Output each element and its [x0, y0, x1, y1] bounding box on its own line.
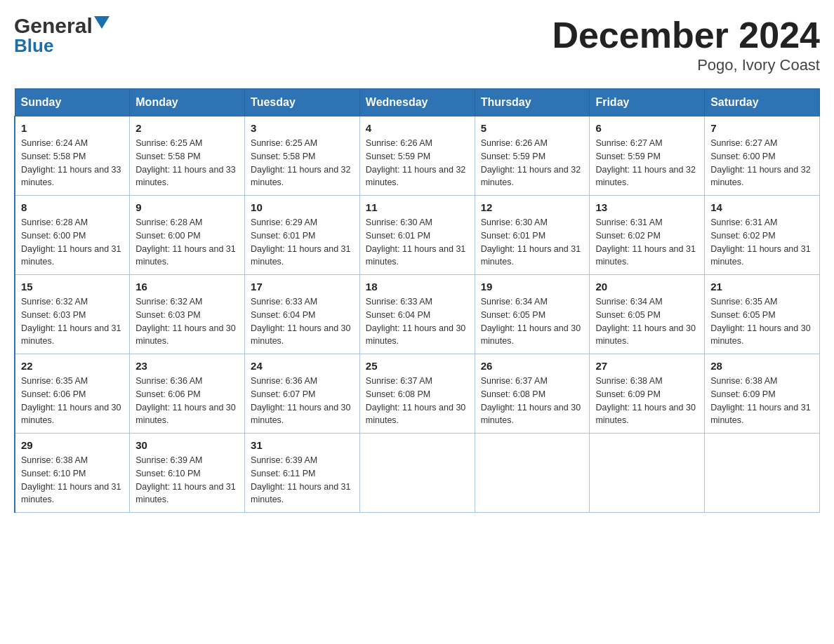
day-info: Sunrise: 6:35 AMSunset: 6:06 PMDaylight:… [21, 375, 124, 427]
column-header-monday: Monday [130, 89, 245, 116]
calendar-day-cell: 10Sunrise: 6:29 AMSunset: 6:01 PMDayligh… [245, 196, 360, 275]
day-number: 27 [595, 360, 699, 372]
day-number: 12 [481, 201, 584, 213]
calendar-day-cell: 27Sunrise: 6:38 AMSunset: 6:09 PMDayligh… [590, 354, 705, 434]
day-number: 9 [135, 201, 239, 213]
calendar-day-cell: 19Sunrise: 6:34 AMSunset: 6:05 PMDayligh… [475, 275, 590, 354]
calendar-day-cell: 30Sunrise: 6:39 AMSunset: 6:10 PMDayligh… [130, 434, 245, 513]
calendar-day-cell: 8Sunrise: 6:28 AMSunset: 6:00 PMDaylight… [15, 196, 130, 275]
day-number: 26 [481, 360, 584, 372]
day-info: Sunrise: 6:37 AMSunset: 6:08 PMDaylight:… [481, 375, 584, 427]
calendar-week-row: 29Sunrise: 6:38 AMSunset: 6:10 PMDayligh… [15, 434, 820, 513]
day-info: Sunrise: 6:38 AMSunset: 6:10 PMDaylight:… [21, 454, 124, 507]
day-info: Sunrise: 6:38 AMSunset: 6:09 PMDaylight:… [595, 375, 699, 427]
day-number: 14 [710, 201, 814, 213]
calendar-day-cell: 29Sunrise: 6:38 AMSunset: 6:10 PMDayligh… [15, 434, 130, 513]
day-info: Sunrise: 6:34 AMSunset: 6:05 PMDaylight:… [595, 295, 699, 348]
calendar-week-row: 8Sunrise: 6:28 AMSunset: 6:00 PMDaylight… [15, 196, 820, 275]
day-info: Sunrise: 6:29 AMSunset: 6:01 PMDaylight:… [251, 216, 354, 269]
day-number: 31 [251, 439, 354, 451]
calendar-day-cell: 2Sunrise: 6:25 AMSunset: 5:58 PMDaylight… [130, 116, 245, 196]
day-info: Sunrise: 6:32 AMSunset: 6:03 PMDaylight:… [21, 295, 124, 348]
day-info: Sunrise: 6:34 AMSunset: 6:05 PMDaylight:… [481, 295, 584, 348]
calendar-day-cell: 6Sunrise: 6:27 AMSunset: 5:59 PMDaylight… [590, 116, 705, 196]
calendar-day-cell: 13Sunrise: 6:31 AMSunset: 6:02 PMDayligh… [590, 196, 705, 275]
svg-marker-0 [94, 16, 110, 29]
calendar-day-cell: 31Sunrise: 6:39 AMSunset: 6:11 PMDayligh… [245, 434, 360, 513]
day-number: 2 [135, 122, 239, 134]
calendar-empty-cell [705, 434, 820, 513]
calendar-table: SundayMondayTuesdayWednesdayThursdayFrid… [14, 88, 820, 513]
column-header-wednesday: Wednesday [359, 89, 475, 116]
calendar-day-cell: 15Sunrise: 6:32 AMSunset: 6:03 PMDayligh… [15, 275, 130, 354]
day-number: 29 [21, 439, 124, 451]
column-header-sunday: Sunday [15, 89, 130, 116]
day-info: Sunrise: 6:30 AMSunset: 6:01 PMDaylight:… [366, 216, 469, 269]
calendar-week-row: 15Sunrise: 6:32 AMSunset: 6:03 PMDayligh… [15, 275, 820, 354]
calendar-day-cell: 1Sunrise: 6:24 AMSunset: 5:58 PMDaylight… [15, 116, 130, 196]
day-number: 13 [595, 201, 699, 213]
day-info: Sunrise: 6:27 AMSunset: 6:00 PMDaylight:… [710, 137, 814, 189]
day-info: Sunrise: 6:27 AMSunset: 5:59 PMDaylight:… [595, 137, 699, 189]
day-info: Sunrise: 6:24 AMSunset: 5:58 PMDaylight:… [21, 137, 124, 189]
calendar-day-cell: 7Sunrise: 6:27 AMSunset: 6:00 PMDaylight… [705, 116, 820, 196]
page-title: December 2024 [552, 14, 820, 56]
day-info: Sunrise: 6:35 AMSunset: 6:05 PMDaylight:… [710, 295, 814, 348]
calendar-day-cell: 28Sunrise: 6:38 AMSunset: 6:09 PMDayligh… [705, 354, 820, 434]
day-number: 7 [710, 122, 814, 134]
calendar-day-cell: 26Sunrise: 6:37 AMSunset: 6:08 PMDayligh… [475, 354, 590, 434]
day-info: Sunrise: 6:31 AMSunset: 6:02 PMDaylight:… [595, 216, 699, 269]
calendar-day-cell: 18Sunrise: 6:33 AMSunset: 6:04 PMDayligh… [359, 275, 475, 354]
day-info: Sunrise: 6:36 AMSunset: 6:06 PMDaylight:… [135, 375, 239, 427]
calendar-day-cell: 3Sunrise: 6:25 AMSunset: 5:58 PMDaylight… [245, 116, 360, 196]
calendar-day-cell: 11Sunrise: 6:30 AMSunset: 6:01 PMDayligh… [359, 196, 475, 275]
day-info: Sunrise: 6:28 AMSunset: 6:00 PMDaylight:… [21, 216, 124, 269]
day-number: 6 [595, 122, 699, 134]
day-info: Sunrise: 6:26 AMSunset: 5:59 PMDaylight:… [366, 137, 469, 189]
calendar-day-cell: 4Sunrise: 6:26 AMSunset: 5:59 PMDaylight… [359, 116, 475, 196]
calendar-empty-cell [590, 434, 705, 513]
day-info: Sunrise: 6:26 AMSunset: 5:59 PMDaylight:… [481, 137, 584, 189]
day-number: 11 [366, 201, 469, 213]
day-number: 21 [710, 281, 814, 293]
day-number: 20 [595, 281, 699, 293]
calendar-day-cell: 21Sunrise: 6:35 AMSunset: 6:05 PMDayligh… [705, 275, 820, 354]
day-info: Sunrise: 6:33 AMSunset: 6:04 PMDaylight:… [251, 295, 354, 348]
day-info: Sunrise: 6:37 AMSunset: 6:08 PMDaylight:… [366, 375, 469, 427]
calendar-day-cell: 23Sunrise: 6:36 AMSunset: 6:06 PMDayligh… [130, 354, 245, 434]
day-number: 30 [135, 439, 239, 451]
calendar-week-row: 1Sunrise: 6:24 AMSunset: 5:58 PMDaylight… [15, 116, 820, 196]
page-header: General Blue December 2024 Pogo, Ivory C… [14, 14, 820, 74]
calendar-day-cell: 9Sunrise: 6:28 AMSunset: 6:00 PMDaylight… [130, 196, 245, 275]
day-number: 1 [21, 122, 124, 134]
day-number: 4 [366, 122, 469, 134]
day-info: Sunrise: 6:39 AMSunset: 6:10 PMDaylight:… [135, 454, 239, 507]
day-number: 17 [251, 281, 354, 293]
logo-arrow-icon [94, 16, 110, 30]
day-number: 23 [135, 360, 239, 372]
day-info: Sunrise: 6:31 AMSunset: 6:02 PMDaylight:… [710, 216, 814, 269]
title-block: December 2024 Pogo, Ivory Coast [552, 14, 820, 74]
calendar-week-row: 22Sunrise: 6:35 AMSunset: 6:06 PMDayligh… [15, 354, 820, 434]
day-number: 24 [251, 360, 354, 372]
column-header-tuesday: Tuesday [245, 89, 360, 116]
column-header-thursday: Thursday [475, 89, 590, 116]
day-info: Sunrise: 6:32 AMSunset: 6:03 PMDaylight:… [135, 295, 239, 348]
calendar-empty-cell [359, 434, 475, 513]
day-number: 28 [710, 360, 814, 372]
day-number: 15 [21, 281, 124, 293]
day-number: 5 [481, 122, 584, 134]
day-number: 8 [21, 201, 124, 213]
day-number: 10 [251, 201, 354, 213]
day-info: Sunrise: 6:28 AMSunset: 6:00 PMDaylight:… [135, 216, 239, 269]
logo: General Blue [14, 14, 110, 57]
calendar-day-cell: 20Sunrise: 6:34 AMSunset: 6:05 PMDayligh… [590, 275, 705, 354]
calendar-empty-cell [475, 434, 590, 513]
logo-blue-text: Blue [14, 35, 53, 57]
calendar-day-cell: 24Sunrise: 6:36 AMSunset: 6:07 PMDayligh… [245, 354, 360, 434]
day-info: Sunrise: 6:39 AMSunset: 6:11 PMDaylight:… [251, 454, 354, 507]
day-number: 19 [481, 281, 584, 293]
day-info: Sunrise: 6:25 AMSunset: 5:58 PMDaylight:… [135, 137, 239, 189]
page-subtitle: Pogo, Ivory Coast [552, 56, 820, 74]
calendar-header-row: SundayMondayTuesdayWednesdayThursdayFrid… [15, 89, 820, 116]
